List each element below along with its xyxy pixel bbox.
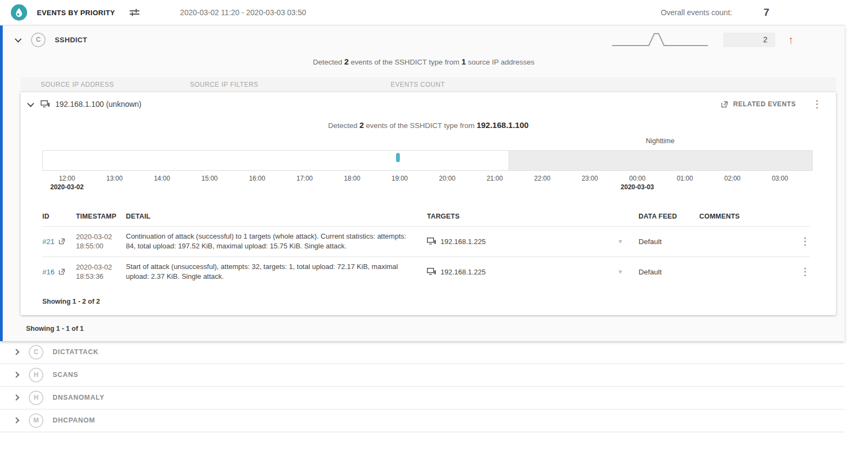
external-link-icon [721,101,728,108]
filter-settings-button[interactable] [129,8,140,17]
source-ip-pagination-status: Showing 1 - 1 of 1 [26,325,845,332]
events-table: ID TIMESTAMP DETAIL TARGETS DATA FEED CO… [42,213,810,287]
group-name: DHCPANOM [53,417,95,424]
source-ip-label: 192.168.1.100 (unknown) [55,100,142,108]
chevron-right-icon[interactable] [13,349,19,355]
nighttime-label: Nighttime [646,137,674,145]
group-name: SSHDICT [55,36,87,44]
tick-label: 16:00 [249,175,265,182]
group-name: DICTATTACK [53,348,99,356]
priority-badge: C [31,33,46,47]
related-events-button[interactable]: RELATED EVENTS [721,100,796,108]
group-summary: Detected 2 events of the SSHDICT type fr… [3,57,845,66]
chevron-down-icon[interactable] [27,100,34,107]
nighttime-region [508,151,812,170]
tick-label: 22:00 [534,175,551,182]
timeline-ticks: 12:00 13:00 14:00 15:00 16:00 17:00 18:0… [42,175,813,199]
kebab-menu-icon[interactable]: ⋮ [800,266,810,277]
group-sshdict-header[interactable]: C SSHDICT 2 ↑ [3,25,845,54]
group-dictattack[interactable]: C DICTATTACK [0,341,845,364]
chevron-down-icon[interactable] [15,35,22,42]
top-header: EVENTS BY PRIORITY 2020-03-02 11:20 - 20… [0,0,868,25]
tick-label: 01:00 [676,175,693,182]
col-targets: TARGETS [427,213,639,220]
group-scans[interactable]: H SCANS [0,364,845,387]
priority-badge: H [29,368,43,382]
host-device-icon [427,238,436,245]
event-groups-list: C SSHDICT 2 ↑ Detected 2 events of the S… [0,25,845,432]
priority-badge: H [29,390,43,405]
group-dnsanomaly[interactable]: H DNSANOMALY [0,387,845,409]
host-device-icon [41,100,50,108]
target-ip: 192.168.1.225 [441,238,486,246]
source-ip-row[interactable]: 192.168.1.100 (unknown) RELATED EVENTS ⋮ [21,92,836,116]
source-ip-card: 192.168.1.100 (unknown) RELATED EVENTS ⋮… [21,92,836,315]
timeline-date-start: 2020-03-02 [50,183,84,191]
tick-label: 21:00 [487,175,503,182]
event-detail: Start of attack (unsuccessful), attempts… [126,262,427,282]
group-name: DNSANOMALY [53,394,104,401]
tick-label: 12:00 [59,175,75,182]
ip-summary: Detected 2 events of the SSHDICT type fr… [21,120,836,130]
col-source-ip-address: SOURCE IP ADDRESS [41,81,190,88]
col-timestamp: TIMESTAMP [76,213,126,220]
target-ip: 192.168.1.225 [441,268,486,276]
col-comments: COMMENTS [699,213,786,220]
chevron-right-icon[interactable] [13,418,19,424]
event-id-link[interactable]: #16 [42,268,76,276]
external-link-icon [59,268,65,275]
priority-badge: M [29,413,43,428]
tick-label: 00:00 [629,175,646,182]
event-targets[interactable]: 192.168.1.225 ▼ [427,268,639,276]
tick-label: 17:00 [296,175,312,182]
group-name: SCANS [53,371,78,379]
timeline-date-end: 2020-03-03 [621,183,654,191]
tick-label: 18:00 [344,175,360,182]
priority-badge: C [29,345,43,360]
app-logo-icon [11,4,27,21]
event-id-link[interactable]: #21 [42,238,76,246]
date-range[interactable]: 2020-03-02 11:20 - 2020-03-03 03:50 [180,8,306,17]
event-timestamp: 2020-03-02 18:55:00 [76,232,126,251]
event-marker[interactable] [396,153,400,162]
chevron-right-icon[interactable] [13,372,19,378]
col-data-feed: DATA FEED [639,213,699,220]
event-row: #16 2020-03-02 18:53:36 Start of attack … [42,257,810,287]
col-detail: DETAIL [126,213,427,220]
event-row: #21 2020-03-02 18:55:00 Continuation of … [42,226,810,257]
trend-up-arrow-icon: ↑ [788,34,794,46]
col-id: ID [42,213,76,220]
events-pagination-status: Showing 1 - 2 of 2 [42,298,836,305]
event-targets[interactable]: 192.168.1.225 ▼ [427,238,639,246]
tick-label: 14:00 [154,175,170,182]
page-title: EVENTS BY PRIORITY [37,9,115,17]
group-sshdict: C SSHDICT 2 ↑ Detected 2 events of the S… [0,25,845,341]
tick-label: 13:00 [106,175,123,182]
tick-label: 20:00 [439,175,455,182]
event-timestamp: 2020-03-02 18:53:36 [76,262,126,281]
events-table-header: ID TIMESTAMP DETAIL TARGETS DATA FEED CO… [42,213,810,226]
host-device-icon [427,268,436,276]
group-dhcpanom[interactable]: M DHCPANOM [0,409,845,432]
event-data-feed: Default [639,268,699,276]
overall-events-label: Overall events count: [661,8,732,17]
tick-label: 15:00 [201,175,218,182]
expand-caret-icon[interactable]: ▼ [617,268,623,275]
timeline-track[interactable] [42,150,813,171]
kebab-menu-icon[interactable]: ⋮ [800,236,810,247]
expand-caret-icon[interactable]: ▼ [617,238,623,245]
tick-label: 02:00 [724,175,741,182]
tune-icon [129,8,140,17]
col-source-ip-filters: SOURCE IP FILTERS [190,81,391,88]
tick-label: 23:00 [582,175,598,182]
event-timeline: Nighttime 12:00 13:00 14:00 15:00 16:00 … [42,137,813,199]
col-events-count: EVENTS COUNT [391,81,445,88]
sparkline-chart [610,31,710,48]
external-link-icon [59,238,65,245]
source-ip-table-header: SOURCE IP ADDRESS SOURCE IP FILTERS EVEN… [21,77,836,92]
event-data-feed: Default [639,238,699,246]
kebab-menu-icon[interactable]: ⋮ [812,99,822,109]
event-detail: Continuation of attack (successful) to 1… [126,232,427,252]
chevron-right-icon[interactable] [13,395,19,401]
overall-events-count: 7 [763,7,769,18]
